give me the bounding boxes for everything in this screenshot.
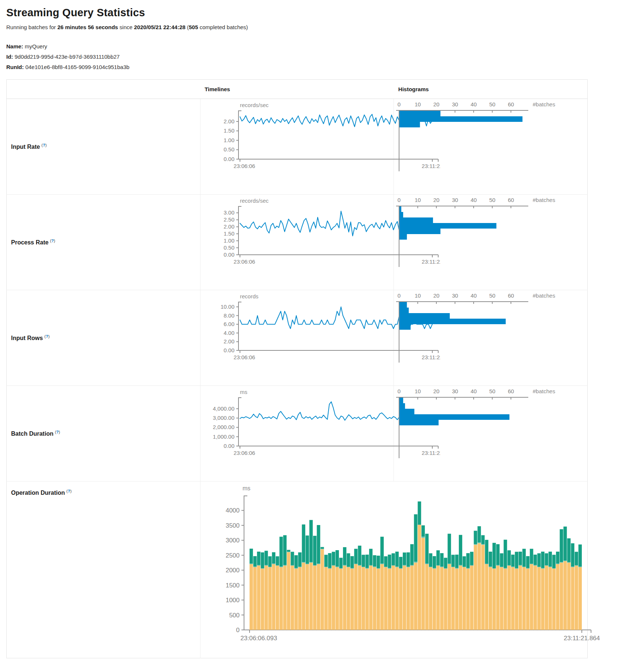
svg-text:50: 50 [489, 292, 495, 299]
svg-text:ms: ms [243, 485, 250, 491]
svg-text:2.00: 2.00 [223, 118, 234, 124]
empty-header-cell [7, 80, 200, 99]
svg-text:50: 50 [489, 101, 495, 107]
process-rate-label: Process Rate [11, 239, 48, 246]
operation-duration-label: Operation Duration [11, 490, 65, 496]
svg-text:23:06:06.093: 23:06:06.093 [240, 635, 277, 642]
input-rows-label: Input Rows [11, 335, 43, 341]
operation-duration-chart: ms0500100015002000250030003500400023:06:… [200, 481, 587, 658]
svg-text:30: 30 [452, 101, 458, 107]
statistics-table: Timelines Histograms Input Rate(?) recor… [6, 79, 588, 658]
svg-text:4000: 4000 [226, 507, 240, 514]
svg-text:1.50: 1.50 [223, 230, 234, 237]
svg-text:40: 40 [471, 388, 477, 394]
svg-text:23:06:06: 23:06:06 [233, 450, 255, 456]
svg-text:60: 60 [508, 292, 514, 299]
svg-text:0: 0 [398, 292, 401, 299]
help-icon[interactable]: (?) [55, 430, 60, 434]
input-rate-histogram-chart: 0102030405060#batches [394, 99, 587, 194]
query-metadata: Name: myQuery Id: 9d0dd219-995d-423e-b97… [6, 41, 625, 72]
svg-text:0: 0 [398, 197, 401, 203]
svg-text:#batches: #batches [533, 292, 555, 299]
input-rows-timeline-chart: records0.002.004.006.008.0010.0023:06:06… [200, 290, 394, 385]
svg-text:0: 0 [398, 101, 401, 107]
svg-text:1.50: 1.50 [223, 128, 234, 134]
svg-text:0: 0 [236, 627, 239, 634]
svg-text:ms: ms [240, 389, 247, 395]
help-icon[interactable]: (?) [66, 489, 72, 493]
svg-text:8.00: 8.00 [223, 312, 234, 319]
svg-text:40: 40 [471, 101, 477, 107]
svg-text:records/sec: records/sec [240, 198, 269, 204]
svg-text:records: records [240, 293, 258, 299]
svg-text:0: 0 [398, 388, 401, 394]
help-icon[interactable]: (?) [44, 334, 49, 339]
svg-text:10: 10 [415, 197, 421, 203]
svg-text:1000: 1000 [226, 597, 240, 604]
batch-duration-row: Batch Duration(?) ms0.001,000.002,000.00… [7, 386, 588, 481]
process-rate-timeline-chart: records/sec0.000.501.001.502.002.503.002… [200, 195, 394, 290]
svg-text:3000: 3000 [226, 537, 240, 544]
svg-text:30: 30 [452, 388, 458, 394]
svg-text:2,000.00: 2,000.00 [213, 424, 234, 431]
batch-duration-timeline-chart: ms0.001,000.002,000.003,000.004,000.0023… [200, 386, 394, 481]
svg-text:50: 50 [489, 197, 495, 203]
batch-duration-histogram-chart: 0102030405060#batches [394, 386, 587, 481]
svg-text:0.00: 0.00 [223, 443, 234, 449]
svg-text:0.00: 0.00 [223, 251, 234, 258]
input-rows-histogram-chart: 0102030405060#batches [394, 290, 587, 385]
svg-text:60: 60 [508, 101, 514, 107]
svg-text:1.00: 1.00 [223, 137, 234, 143]
svg-text:#batches: #batches [533, 101, 555, 107]
svg-text:2.00: 2.00 [223, 223, 234, 230]
svg-text:60: 60 [508, 197, 514, 203]
svg-text:40: 40 [471, 292, 477, 299]
process-rate-row: Process Rate(?) records/sec0.000.501.001… [7, 195, 588, 290]
operation-duration-row: Operation Duration(?) ms0500100015002000… [7, 481, 588, 658]
svg-text:4,000.00: 4,000.00 [213, 405, 234, 412]
help-icon[interactable]: (?) [41, 143, 47, 147]
query-id-row: Id: 9d0dd219-995d-423e-b97d-36931110bb27 [6, 52, 625, 62]
svg-text:23:06:06: 23:06:06 [233, 354, 255, 360]
svg-text:0.00: 0.00 [223, 347, 234, 353]
svg-text:#batches: #batches [533, 197, 555, 203]
running-batches-summary: Running batches for 26 minutes 56 second… [6, 24, 625, 30]
query-name-row: Name: myQuery [6, 41, 625, 52]
input-rate-timeline-chart: records/sec0.000.501.001.502.0023:06:062… [200, 99, 394, 194]
svg-text:2.50: 2.50 [223, 217, 234, 223]
svg-text:2000: 2000 [226, 567, 240, 574]
svg-text:20: 20 [433, 197, 440, 203]
input-rate-label: Input Rate [11, 144, 40, 150]
svg-text:0.00: 0.00 [223, 156, 234, 162]
table-header-row: Timelines Histograms [7, 80, 588, 99]
query-runid-row: RunId: 04e101e6-8bf8-4165-9099-9104c951b… [6, 62, 625, 72]
svg-text:3.00: 3.00 [223, 210, 234, 216]
svg-text:40: 40 [471, 197, 477, 203]
svg-text:50: 50 [489, 388, 495, 394]
svg-text:23:06:06: 23:06:06 [233, 258, 255, 265]
svg-text:0.50: 0.50 [223, 244, 234, 251]
timelines-header: Timelines [200, 80, 394, 99]
svg-text:23:11:21.864: 23:11:21.864 [564, 635, 600, 642]
streaming-query-statistics-page: { "page": { "title": "Streaming Query St… [0, 0, 625, 672]
process-rate-histogram-chart: 0102030405060#batches [394, 195, 587, 290]
svg-text:20: 20 [433, 101, 440, 107]
page-title: Streaming Query Statistics [6, 7, 625, 19]
svg-text:10: 10 [415, 388, 421, 394]
svg-text:3,000.00: 3,000.00 [213, 415, 234, 421]
histograms-header: Histograms [394, 80, 588, 99]
svg-text:1.00: 1.00 [223, 237, 234, 244]
svg-text:20: 20 [433, 388, 440, 394]
svg-text:10: 10 [415, 101, 421, 107]
svg-text:60: 60 [508, 388, 514, 394]
svg-text:10: 10 [415, 292, 421, 299]
input-rate-row: Input Rate(?) records/sec0.000.501.001.5… [7, 99, 588, 195]
svg-text:2500: 2500 [226, 552, 240, 559]
svg-text:0.50: 0.50 [223, 147, 234, 153]
batch-duration-label: Batch Duration [11, 431, 54, 437]
svg-text:1,000.00: 1,000.00 [213, 433, 234, 440]
svg-text:3500: 3500 [226, 522, 240, 529]
svg-text:4.00: 4.00 [223, 330, 234, 336]
svg-text:#batches: #batches [533, 388, 555, 394]
help-icon[interactable]: (?) [50, 239, 55, 243]
